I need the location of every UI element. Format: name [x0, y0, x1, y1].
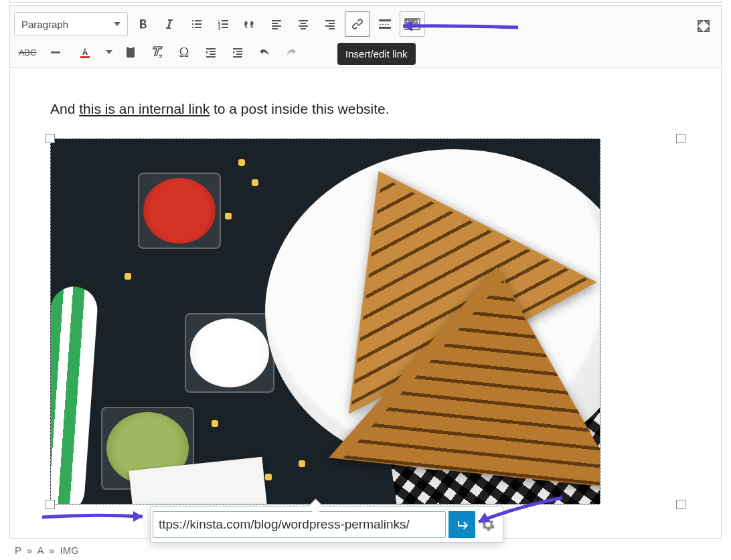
unordered-list-button[interactable]	[184, 12, 208, 36]
caret-down-icon	[114, 22, 120, 26]
distraction-free-button[interactable]	[694, 16, 714, 36]
path-p[interactable]: P	[15, 545, 21, 556]
link-inline-toolbar	[150, 506, 503, 543]
image-decor	[212, 420, 218, 427]
image-decor	[238, 159, 245, 166]
outdent-button[interactable]	[199, 40, 223, 64]
indent-button[interactable]	[226, 40, 250, 64]
paragraph[interactable]: And this is an internal link to a post i…	[50, 101, 681, 117]
image-decor	[185, 313, 274, 393]
resize-handle-bl[interactable]	[46, 500, 55, 509]
link-tooltip: Insert/edit link	[337, 43, 416, 65]
image-decor	[252, 179, 258, 186]
link-button[interactable]	[345, 11, 370, 37]
format-dropdown-label: Paragraph	[21, 19, 68, 30]
text-color-button[interactable]	[70, 40, 100, 64]
blockquote-button[interactable]	[238, 12, 262, 36]
redo-button[interactable]	[279, 40, 303, 64]
panel-top-edge	[9, 0, 722, 3]
svg-rect-1	[80, 56, 90, 58]
element-path: P » A » IMG	[15, 545, 79, 556]
toolbar-toggle-button[interactable]	[400, 11, 425, 37]
editor-frame: Paragraph ABC Ω	[0, 0, 731, 560]
svg-rect-0	[51, 52, 60, 54]
internal-link[interactable]: this is an internal link	[79, 101, 210, 116]
editor-content[interactable]: And this is an internal link to a post i…	[9, 70, 722, 539]
path-separator: »	[27, 545, 32, 556]
bold-button[interactable]	[131, 12, 155, 36]
format-dropdown[interactable]: Paragraph	[14, 12, 128, 36]
resize-handle-br[interactable]	[676, 500, 685, 509]
caret-down-icon	[106, 50, 112, 54]
ordered-list-button[interactable]	[211, 12, 235, 36]
special-character-button[interactable]: Ω	[172, 40, 196, 64]
image-decor	[50, 285, 99, 504]
align-center-button[interactable]	[291, 12, 315, 36]
paste-text-button[interactable]	[118, 40, 143, 64]
align-right-button[interactable]	[318, 12, 342, 36]
resize-handle-tr[interactable]	[676, 134, 685, 143]
link-apply-button[interactable]	[449, 511, 475, 538]
clear-formatting-button[interactable]	[145, 40, 169, 64]
horizontal-rule-button[interactable]	[44, 40, 68, 64]
italic-button[interactable]	[157, 12, 181, 36]
read-more-button[interactable]	[373, 12, 397, 36]
inserted-image[interactable]	[50, 138, 600, 504]
resize-handle-tl[interactable]	[46, 134, 55, 143]
undo-button[interactable]	[252, 40, 276, 64]
text-color-caret-button[interactable]	[102, 40, 116, 64]
link-settings-button[interactable]	[475, 511, 501, 538]
text-prefix: And	[50, 101, 79, 116]
path-a[interactable]: A	[37, 545, 44, 556]
strikethrough-button[interactable]: ABC	[14, 40, 41, 64]
path-separator: »	[49, 545, 54, 556]
image-block[interactable]	[50, 138, 681, 504]
image-decor	[138, 173, 221, 249]
image-decor	[299, 460, 305, 467]
image-decor	[265, 474, 272, 480]
text-suffix: to a post inside this website.	[210, 101, 389, 116]
image-decor	[125, 273, 131, 280]
toolbar-row-1: Paragraph	[14, 10, 717, 38]
image-decor	[225, 213, 232, 219]
path-img[interactable]: IMG	[60, 545, 78, 556]
link-url-input[interactable]	[153, 511, 446, 538]
align-left-button[interactable]	[264, 12, 289, 36]
